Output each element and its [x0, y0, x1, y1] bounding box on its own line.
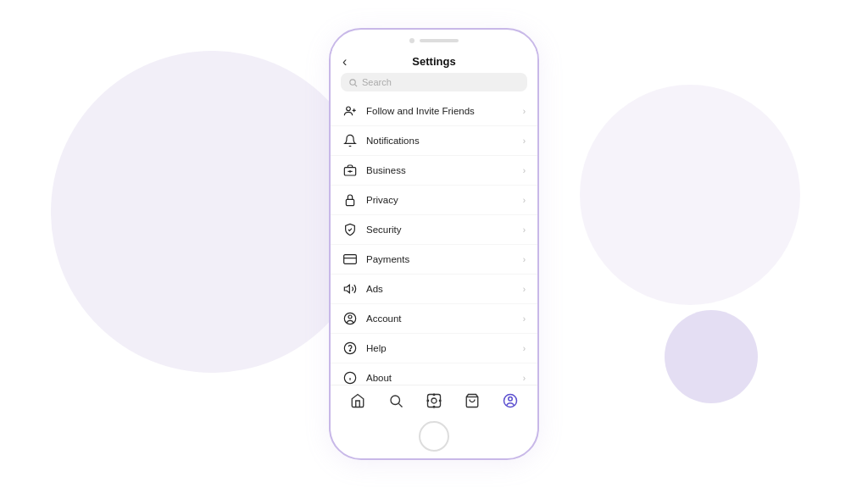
chevron-privacy: › [523, 196, 526, 205]
chevron-payments: › [523, 255, 526, 264]
phone-device: ‹ Settings Search Foll [329, 28, 539, 460]
ads-icon [342, 281, 358, 297]
search-bar[interactable]: Search [341, 73, 527, 92]
svg-point-14 [344, 342, 355, 353]
home-nav-icon[interactable] [349, 392, 366, 409]
svg-line-1 [355, 84, 358, 86]
svg-point-15 [349, 350, 350, 351]
menu-label-ads: Ads [366, 284, 523, 294]
svg-point-13 [348, 315, 352, 319]
background-blob-right-small [665, 310, 758, 403]
menu-item-security[interactable]: Security › [331, 215, 537, 245]
svg-rect-21 [427, 395, 440, 408]
menu-label-business: Business [366, 165, 523, 175]
shop-nav-icon[interactable] [464, 392, 481, 409]
menu-item-follow[interactable]: Follow and Invite Friends › [331, 97, 537, 126]
phone-screen: ‹ Settings Search Foll [331, 47, 537, 416]
follow-icon [342, 103, 358, 119]
help-icon [342, 341, 358, 356]
search-icon [348, 78, 358, 87]
info-icon [342, 370, 358, 385]
svg-point-0 [350, 79, 355, 84]
chevron-business: › [523, 166, 526, 175]
reels-nav-icon[interactable] [426, 392, 442, 409]
settings-menu-list: Follow and Invite Friends › Notification… [331, 97, 537, 385]
chevron-help: › [523, 344, 526, 353]
chevron-follow: › [523, 107, 526, 116]
svg-point-19 [391, 396, 400, 405]
business-icon [342, 163, 358, 178]
menu-item-privacy[interactable]: Privacy › [331, 186, 537, 215]
menu-item-ads[interactable]: Ads › [331, 274, 537, 304]
menu-label-account: Account [366, 313, 523, 324]
menu-item-help[interactable]: Help › [331, 334, 537, 363]
menu-item-business[interactable]: Business › [331, 156, 537, 186]
screen-header: ‹ Settings [331, 47, 537, 73]
phone-notch [331, 30, 537, 47]
chevron-security: › [523, 225, 526, 235]
home-indicator [331, 416, 537, 458]
svg-line-20 [399, 403, 403, 407]
svg-point-25 [427, 400, 429, 402]
bell-icon [342, 133, 358, 148]
menu-item-about[interactable]: About › [331, 363, 537, 385]
svg-rect-8 [346, 199, 353, 205]
svg-point-2 [347, 107, 351, 111]
shield-icon [342, 222, 358, 237]
page-title: Settings [412, 55, 455, 68]
menu-label-follow: Follow and Invite Friends [366, 106, 523, 116]
camera-dot [409, 38, 415, 43]
svg-point-23 [433, 394, 435, 396]
menu-label-about: About [366, 373, 523, 383]
account-icon [342, 311, 358, 326]
profile-nav-icon[interactable] [502, 392, 519, 409]
menu-label-notifications: Notifications [366, 136, 523, 146]
lock-icon [342, 192, 358, 208]
menu-label-privacy: Privacy [366, 195, 523, 205]
menu-item-notifications[interactable]: Notifications › [331, 126, 537, 156]
svg-rect-9 [344, 255, 357, 264]
menu-item-payments[interactable]: Payments › [331, 245, 537, 274]
search-placeholder-text: Search [362, 77, 392, 87]
svg-point-24 [433, 406, 435, 408]
bottom-navigation [331, 385, 537, 416]
chevron-about: › [523, 374, 526, 383]
back-button[interactable]: ‹ [342, 54, 347, 69]
svg-point-22 [431, 398, 437, 403]
chevron-ads: › [523, 285, 526, 294]
background-blob-left [51, 51, 373, 373]
menu-label-help: Help [366, 343, 523, 353]
menu-label-payments: Payments [366, 254, 523, 264]
card-icon [342, 252, 358, 267]
search-nav-icon[interactable] [387, 392, 404, 409]
chevron-notifications: › [523, 136, 526, 146]
home-button[interactable] [419, 421, 449, 452]
svg-marker-11 [344, 285, 349, 292]
svg-point-26 [439, 400, 441, 402]
phone-speaker [420, 39, 459, 42]
background-blob-right-large [580, 85, 800, 305]
menu-item-account[interactable]: Account › [331, 304, 537, 334]
chevron-account: › [523, 314, 526, 324]
svg-point-29 [508, 397, 512, 402]
menu-label-security: Security [366, 225, 523, 235]
